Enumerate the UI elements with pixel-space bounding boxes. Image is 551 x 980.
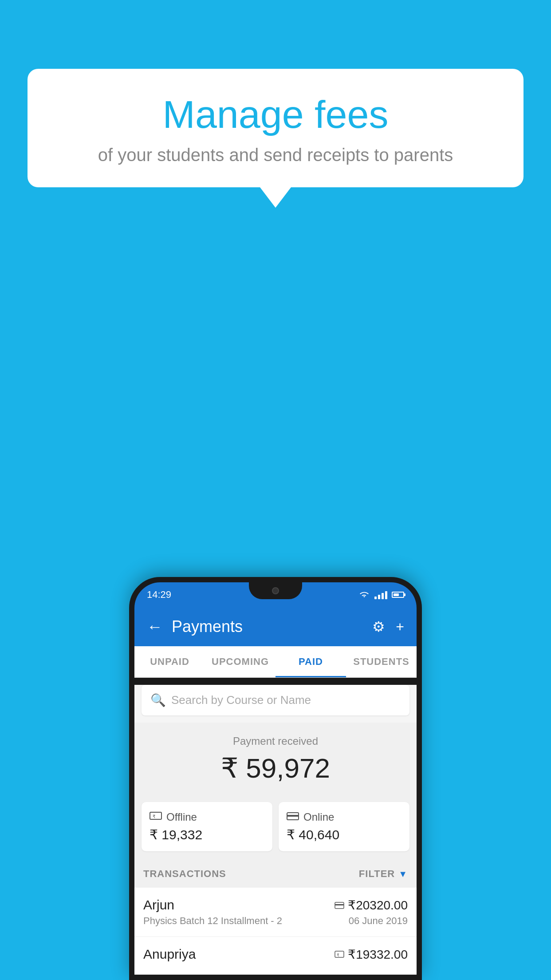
bubble-title: Manage fees [54,93,497,136]
tab-paid[interactable]: PAID [276,646,346,677]
transactions-label: TRANSACTIONS [143,868,226,880]
add-button[interactable]: + [396,619,404,635]
transaction-name-1: Arjun [143,897,282,913]
transactions-header: TRANSACTIONS FILTER ▼ [134,860,417,888]
phone-frame: 14:29 [129,577,422,980]
online-icon [287,811,299,823]
tabs-bar: UNPAID UPCOMING PAID STUDENTS [134,646,417,678]
speech-bubble-container: Manage fees of your students and send re… [28,69,523,187]
offline-icon: ₹ [150,811,162,823]
svg-text:₹: ₹ [153,814,155,819]
svg-rect-6 [335,951,344,957]
transaction-date-1: 06 June 2019 [335,915,408,927]
search-bar[interactable]: 🔍 Search by Course or Name [142,685,409,715]
table-row: Anupriya ₹ ₹19332.00 [134,937,417,975]
offline-card: ₹ Offline ₹ 19,332 [142,802,272,851]
payment-cards-row: ₹ Offline ₹ 19,332 [134,802,417,860]
online-card: Online ₹ 40,640 [279,802,409,851]
svg-text:₹: ₹ [337,953,339,957]
notch [249,582,302,599]
status-icons [358,590,404,599]
speech-bubble: Manage fees of your students and send re… [28,69,523,187]
filter-icon: ▼ [398,869,408,879]
battery-icon [392,592,404,598]
app-bar: ← Payments ⚙ + [134,607,417,646]
status-time: 14:29 [147,589,171,601]
offline-amount: ₹ 19,332 [150,827,264,842]
online-payment-icon [335,898,344,912]
payment-received-amount: ₹ 59,972 [145,752,406,784]
payment-received-section: Payment received ₹ 59,972 [134,723,417,802]
tab-students[interactable]: STUDENTS [346,646,417,677]
svg-rect-5 [335,904,344,905]
transaction-name-2: Anupriya [143,947,196,962]
status-bar: 14:29 [134,582,417,607]
search-icon: 🔍 [150,693,166,707]
svg-rect-0 [150,812,161,819]
tab-unpaid[interactable]: UNPAID [134,646,205,677]
payment-received-label: Payment received [145,735,406,747]
signal-bars-icon [374,590,387,599]
camera-dot [272,587,279,594]
bubble-subtitle: of your students and send receipts to pa… [54,145,497,165]
transaction-course-1: Physics Batch 12 Installment - 2 [143,915,282,927]
settings-button[interactable]: ⚙ [372,618,385,635]
transaction-amount-2: ₹ ₹19332.00 [335,947,408,962]
search-input[interactable]: Search by Course or Name [171,693,311,707]
app-bar-actions: ⚙ + [372,618,404,635]
wifi-icon [358,590,370,599]
svg-rect-3 [287,815,299,817]
app-bar-title: Payments [172,617,363,636]
table-row: Arjun Physics Batch 12 Installment - 2 ₹… [134,888,417,937]
transaction-amount-1: ₹20320.00 [335,898,408,913]
tab-upcoming[interactable]: UPCOMING [205,646,276,677]
online-amount: ₹ 40,640 [287,827,401,842]
filter-button[interactable]: FILTER ▼ [359,868,408,880]
offline-payment-icon: ₹ [335,947,344,961]
back-button[interactable]: ← [147,617,163,636]
offline-label: Offline [166,811,197,823]
online-label: Online [303,811,334,823]
content-area: 🔍 Search by Course or Name Payment recei… [134,685,417,975]
